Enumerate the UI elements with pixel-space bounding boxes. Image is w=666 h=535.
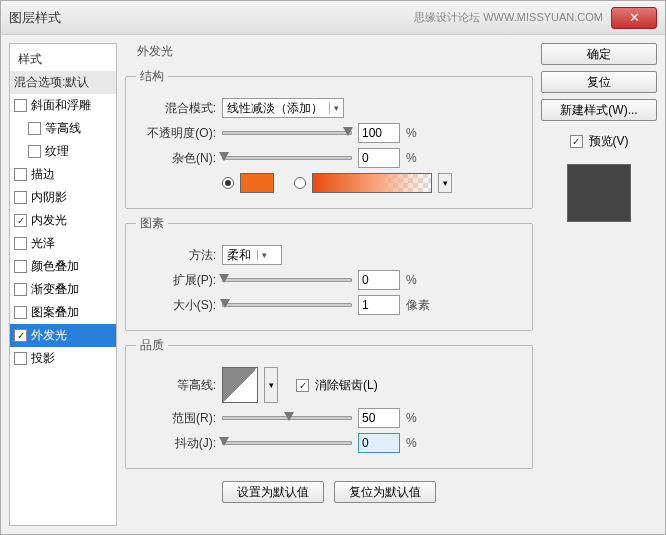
bottom-buttons: 设置为默认值 复位为默认值 bbox=[125, 481, 533, 503]
new-style-button[interactable]: 新建样式(W)... bbox=[541, 99, 657, 121]
range-input[interactable] bbox=[358, 408, 400, 428]
sidebar-label: 内阴影 bbox=[31, 189, 67, 206]
color-radio[interactable] bbox=[222, 177, 234, 189]
dialog-body: 样式 混合选项:默认 斜面和浮雕 等高线 纹理 描边 内阴影 bbox=[1, 35, 665, 534]
elements-group: 图素 方法: 柔和 ▾ 扩展(P): % 大小(S): bbox=[125, 215, 533, 331]
sidebar-blend-default[interactable]: 混合选项:默认 bbox=[10, 71, 116, 94]
range-unit: % bbox=[406, 411, 417, 425]
sidebar-item-bevel[interactable]: 斜面和浮雕 bbox=[10, 94, 116, 117]
set-default-button[interactable]: 设置为默认值 bbox=[222, 481, 324, 503]
gradient-swatch[interactable] bbox=[312, 173, 432, 193]
gradient-dropdown-icon[interactable]: ▾ bbox=[438, 173, 452, 193]
sidebar-label: 投影 bbox=[31, 350, 55, 367]
checkbox[interactable] bbox=[14, 329, 27, 342]
noise-slider[interactable] bbox=[222, 156, 352, 160]
checkbox[interactable] bbox=[14, 260, 27, 273]
chevron-down-icon: ▾ bbox=[257, 250, 267, 260]
close-icon: ✕ bbox=[629, 10, 640, 25]
main-panel: 外发光 结构 混合模式: 线性减淡（添加） ▾ 不透明度(O): % bbox=[125, 43, 533, 526]
chevron-down-icon: ▾ bbox=[329, 103, 339, 113]
opacity-slider[interactable] bbox=[222, 131, 352, 135]
checkbox[interactable] bbox=[14, 168, 27, 181]
sidebar-item-innershadow[interactable]: 内阴影 bbox=[10, 186, 116, 209]
sidebar-item-satin[interactable]: 光泽 bbox=[10, 232, 116, 255]
spread-unit: % bbox=[406, 273, 417, 287]
checkbox[interactable] bbox=[14, 99, 27, 112]
quality-legend: 品质 bbox=[136, 337, 168, 354]
opacity-input[interactable] bbox=[358, 123, 400, 143]
contour-label: 等高线: bbox=[136, 377, 216, 394]
jitter-unit: % bbox=[406, 436, 417, 450]
color-swatch[interactable] bbox=[240, 173, 274, 193]
sidebar-item-innerglow[interactable]: 内发光 bbox=[10, 209, 116, 232]
sidebar-label: 图案叠加 bbox=[31, 304, 79, 321]
checkbox[interactable] bbox=[14, 306, 27, 319]
layer-style-dialog: 图层样式 思缘设计论坛 WWW.MISSYUAN.COM ✕ 样式 混合选项:默… bbox=[0, 0, 666, 535]
titlebar: 图层样式 思缘设计论坛 WWW.MISSYUAN.COM ✕ bbox=[1, 1, 665, 35]
size-unit: 像素 bbox=[406, 297, 430, 314]
reset-default-button[interactable]: 复位为默认值 bbox=[334, 481, 436, 503]
jitter-input[interactable] bbox=[358, 433, 400, 453]
preview-label: 预览(V) bbox=[589, 133, 629, 150]
checkbox[interactable] bbox=[14, 191, 27, 204]
sidebar-header: 样式 bbox=[10, 48, 116, 71]
antialias-checkbox[interactable] bbox=[296, 379, 309, 392]
blendmode-label: 混合模式: bbox=[136, 100, 216, 117]
checkbox[interactable] bbox=[28, 145, 41, 158]
jitter-slider[interactable] bbox=[222, 441, 352, 445]
sidebar-item-coloroverlay[interactable]: 颜色叠加 bbox=[10, 255, 116, 278]
checkbox[interactable] bbox=[14, 283, 27, 296]
structure-group: 结构 混合模式: 线性减淡（添加） ▾ 不透明度(O): % 杂色(N): bbox=[125, 68, 533, 209]
checkbox[interactable] bbox=[14, 214, 27, 227]
sidebar-label: 颜色叠加 bbox=[31, 258, 79, 275]
sidebar-label: 描边 bbox=[31, 166, 55, 183]
sidebar-item-dropshadow[interactable]: 投影 bbox=[10, 347, 116, 370]
sidebar-item-outerglow[interactable]: 外发光 bbox=[10, 324, 116, 347]
technique-value: 柔和 bbox=[227, 247, 251, 264]
opacity-label: 不透明度(O): bbox=[136, 125, 216, 142]
checkbox[interactable] bbox=[14, 237, 27, 250]
technique-label: 方法: bbox=[136, 247, 216, 264]
spread-slider[interactable] bbox=[222, 278, 352, 282]
structure-legend: 结构 bbox=[136, 68, 168, 85]
right-column: 确定 复位 新建样式(W)... 预览(V) bbox=[541, 43, 657, 526]
preview-toggle[interactable]: 预览(V) bbox=[541, 133, 657, 150]
brand-text: 思缘设计论坛 WWW.MISSYUAN.COM bbox=[414, 10, 603, 25]
noise-input[interactable] bbox=[358, 148, 400, 168]
range-label: 范围(R): bbox=[136, 410, 216, 427]
ok-button[interactable]: 确定 bbox=[541, 43, 657, 65]
gradient-radio[interactable] bbox=[294, 177, 306, 189]
contour-dropdown-icon[interactable]: ▾ bbox=[264, 367, 278, 403]
jitter-label: 抖动(J): bbox=[136, 435, 216, 452]
sidebar-label: 渐变叠加 bbox=[31, 281, 79, 298]
blendmode-select[interactable]: 线性减淡（添加） ▾ bbox=[222, 98, 344, 118]
range-slider[interactable] bbox=[222, 416, 352, 420]
close-button[interactable]: ✕ bbox=[611, 7, 657, 29]
spread-input[interactable] bbox=[358, 270, 400, 290]
cancel-button[interactable]: 复位 bbox=[541, 71, 657, 93]
sidebar-label: 等高线 bbox=[45, 120, 81, 137]
sidebar-item-texture[interactable]: 纹理 bbox=[10, 140, 116, 163]
sidebar-label: 外发光 bbox=[31, 327, 67, 344]
size-slider[interactable] bbox=[222, 303, 352, 307]
sidebar-item-stroke[interactable]: 描边 bbox=[10, 163, 116, 186]
preview-checkbox[interactable] bbox=[570, 135, 583, 148]
blendmode-value: 线性减淡（添加） bbox=[227, 100, 323, 117]
sidebar-item-contour[interactable]: 等高线 bbox=[10, 117, 116, 140]
sidebar-item-gradientoverlay[interactable]: 渐变叠加 bbox=[10, 278, 116, 301]
contour-picker[interactable] bbox=[222, 367, 258, 403]
style-sidebar: 样式 混合选项:默认 斜面和浮雕 等高线 纹理 描边 内阴影 bbox=[9, 43, 117, 526]
antialias-label: 消除锯齿(L) bbox=[315, 377, 378, 394]
size-input[interactable] bbox=[358, 295, 400, 315]
sidebar-item-patternoverlay[interactable]: 图案叠加 bbox=[10, 301, 116, 324]
noise-label: 杂色(N): bbox=[136, 150, 216, 167]
technique-select[interactable]: 柔和 ▾ bbox=[222, 245, 282, 265]
checkbox[interactable] bbox=[14, 352, 27, 365]
preview-swatch bbox=[567, 164, 631, 222]
quality-group: 品质 等高线: ▾ 消除锯齿(L) 范围(R): % 抖动(J): bbox=[125, 337, 533, 469]
checkbox[interactable] bbox=[28, 122, 41, 135]
size-label: 大小(S): bbox=[136, 297, 216, 314]
spread-label: 扩展(P): bbox=[136, 272, 216, 289]
window-title: 图层样式 bbox=[9, 9, 414, 27]
sidebar-label: 内发光 bbox=[31, 212, 67, 229]
